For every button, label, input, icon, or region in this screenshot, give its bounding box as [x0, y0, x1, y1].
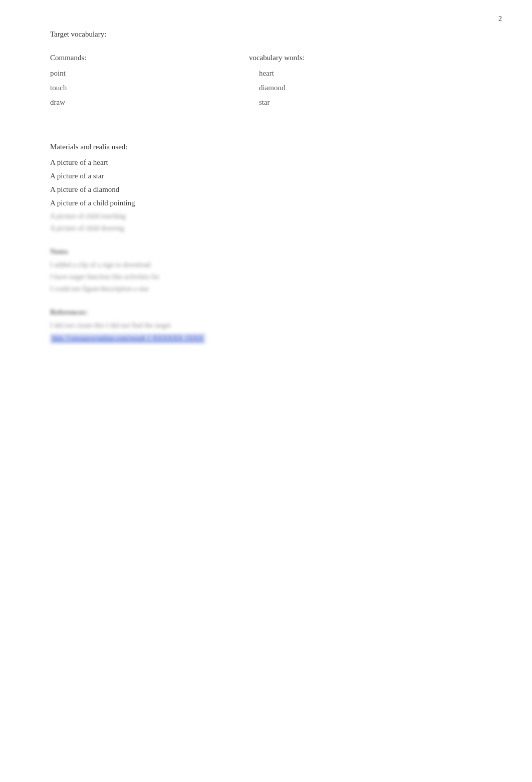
target-vocabulary-section: Target vocabulary: — [50, 30, 492, 39]
commands-header: Commands: — [50, 54, 249, 62]
note-item-2: I have target function like activities f… — [50, 273, 492, 281]
notes-section: Notes I added a clip of a sign to downlo… — [50, 247, 492, 293]
target-vocabulary-label: Target vocabulary: — [50, 30, 492, 39]
vocabulary-column: vocabulary words: heart diamond star — [249, 54, 492, 113]
materials-label: Materials and realia used: — [50, 143, 492, 151]
material-item-child-pointing: A picture of a child pointing — [50, 199, 492, 207]
references-label: References: — [50, 308, 492, 317]
notes-label: Notes — [50, 247, 492, 256]
two-column-section: Commands: point touch draw vocabulary wo… — [50, 54, 492, 113]
vocab-item-diamond: diamond — [249, 84, 492, 92]
note-item-3: I could not figure/description a star — [50, 285, 492, 293]
material-item-heart: A picture of a heart — [50, 158, 492, 167]
command-item-draw: draw — [50, 98, 249, 107]
reference-item-1: I did not create this I did not find the… — [50, 322, 492, 330]
reference-link[interactable]: http: I resource/online.com/result 1 XXX… — [50, 334, 205, 344]
vocab-item-heart: heart — [249, 69, 492, 78]
page-container: 2 Target vocabulary: Commands: point tou… — [0, 0, 532, 782]
command-item-point: point — [50, 69, 249, 78]
materials-section: Materials and realia used: A picture of … — [50, 143, 492, 232]
vocabulary-header: vocabulary words: — [249, 54, 492, 62]
commands-column: Commands: point touch draw — [50, 54, 249, 113]
note-item-1: I added a clip of a sign to download — [50, 261, 492, 269]
material-item-diamond: A picture of a diamond — [50, 185, 492, 194]
material-item-blurred-1: A picture of child touching — [50, 212, 492, 220]
command-item-touch: touch — [50, 84, 249, 92]
page-number: 2 — [498, 15, 502, 23]
material-item-star: A picture of a star — [50, 172, 492, 180]
references-section: References: I did not create this I did … — [50, 308, 492, 348]
vocab-item-star: star — [249, 98, 492, 107]
material-item-blurred-2: A picture of child drawing — [50, 224, 492, 232]
